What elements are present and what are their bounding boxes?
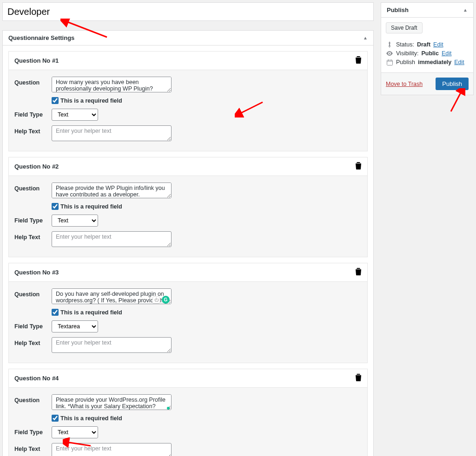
edit-status-link[interactable]: Edit bbox=[433, 41, 443, 48]
question-label: Question bbox=[14, 182, 52, 192]
help-text-label: Help Text bbox=[14, 337, 52, 346]
required-label: This is a required field bbox=[60, 309, 122, 316]
required-checkbox[interactable] bbox=[52, 309, 59, 316]
question-text-input[interactable] bbox=[52, 394, 172, 410]
post-title-input[interactable] bbox=[2, 2, 374, 21]
question-group: Question No #1QuestionThis is a required… bbox=[8, 51, 368, 151]
eye-icon bbox=[386, 51, 393, 56]
field-type-label: Field Type bbox=[14, 109, 52, 118]
settings-panel-title: Questionnaire Settings bbox=[8, 34, 74, 41]
help-text-label: Help Text bbox=[14, 443, 52, 452]
visibility-value: Public bbox=[421, 50, 439, 57]
svg-rect-0 bbox=[390, 46, 390, 48]
settings-panel-toggle[interactable]: Questionnaire Settings ▲ bbox=[3, 31, 373, 46]
edit-visibility-link[interactable]: Edit bbox=[442, 50, 452, 57]
field-type-select[interactable]: TextTextarea bbox=[52, 320, 98, 332]
publish-date-label: Publish bbox=[396, 59, 415, 65]
save-draft-button[interactable]: Save Draft bbox=[386, 22, 423, 33]
publish-button[interactable]: Publish bbox=[436, 78, 469, 90]
field-type-label: Field Type bbox=[14, 215, 52, 224]
field-type-label: Field Type bbox=[14, 320, 52, 330]
field-type-select[interactable]: TextTextarea bbox=[52, 426, 98, 438]
calendar-icon bbox=[386, 59, 393, 65]
question-header-title: Question No #3 bbox=[14, 269, 59, 276]
help-text-input[interactable] bbox=[52, 125, 172, 141]
publish-date-value: immediately bbox=[418, 59, 451, 65]
edit-date-link[interactable]: Edit bbox=[454, 59, 464, 65]
required-checkbox[interactable] bbox=[52, 97, 59, 104]
svg-point-1 bbox=[389, 53, 390, 54]
question-label: Question bbox=[14, 288, 52, 298]
delete-question-icon[interactable] bbox=[355, 162, 362, 171]
question-group: Question No #3Question⏻GThis is a requir… bbox=[8, 263, 368, 363]
delete-question-icon[interactable] bbox=[355, 56, 362, 65]
move-to-trash-link[interactable]: Move to Trash bbox=[386, 81, 423, 87]
required-checkbox[interactable] bbox=[52, 203, 59, 210]
field-type-label: Field Type bbox=[14, 426, 52, 436]
chevron-up-icon: ▲ bbox=[363, 35, 368, 40]
question-group: Question No #2QuestionThis is a required… bbox=[8, 157, 368, 257]
delete-question-icon[interactable] bbox=[355, 374, 362, 383]
help-text-label: Help Text bbox=[14, 125, 52, 135]
question-header-title: Question No #4 bbox=[14, 375, 59, 382]
required-checkbox[interactable] bbox=[52, 415, 59, 422]
svg-rect-2 bbox=[387, 60, 392, 65]
question-header-title: Question No #2 bbox=[14, 163, 59, 170]
delete-question-icon[interactable] bbox=[355, 268, 362, 277]
status-label: Status: bbox=[396, 41, 414, 48]
help-text-label: Help Text bbox=[14, 231, 52, 241]
question-label: Question bbox=[14, 394, 52, 404]
question-text-input[interactable] bbox=[52, 288, 172, 304]
question-text-input[interactable] bbox=[52, 182, 172, 198]
help-text-input[interactable] bbox=[52, 231, 172, 247]
question-header-title: Question No #1 bbox=[14, 57, 59, 64]
publish-panel-toggle[interactable]: Publish ▲ bbox=[381, 3, 473, 18]
help-text-input[interactable] bbox=[52, 443, 172, 456]
required-label: This is a required field bbox=[60, 415, 122, 422]
help-text-input[interactable] bbox=[52, 337, 172, 353]
visibility-label: Visibility: bbox=[396, 50, 418, 57]
chevron-up-icon: ▲ bbox=[463, 7, 468, 13]
required-label: This is a required field bbox=[60, 203, 122, 210]
status-value: Draft bbox=[417, 41, 430, 48]
pin-icon bbox=[386, 41, 393, 48]
publish-panel-title: Publish bbox=[387, 7, 409, 13]
field-type-select[interactable]: TextTextarea bbox=[52, 109, 98, 121]
question-group: Question No #4QuestionThis is a required… bbox=[8, 369, 368, 456]
question-text-input[interactable] bbox=[52, 77, 172, 92]
question-label: Question bbox=[14, 77, 52, 86]
required-label: This is a required field bbox=[60, 98, 122, 104]
field-type-select[interactable]: TextTextarea bbox=[52, 215, 98, 227]
